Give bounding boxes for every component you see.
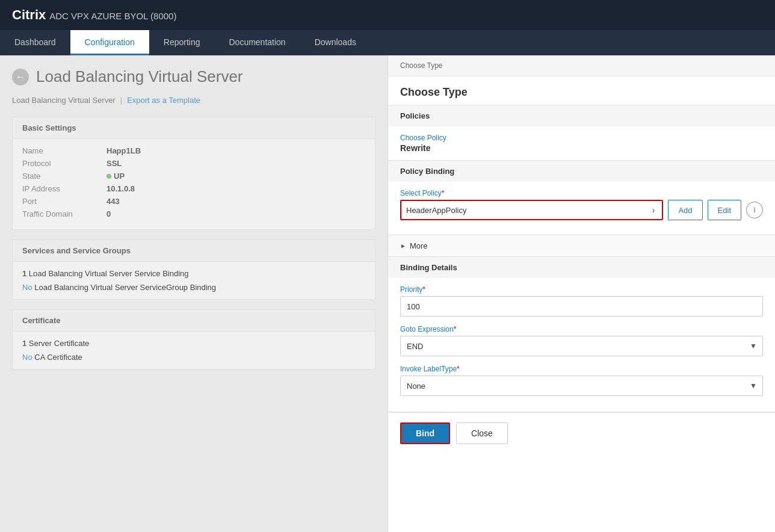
field-label-name: Name [22, 146, 82, 155]
priority-input[interactable] [400, 296, 763, 317]
field-label-port: Port [22, 197, 82, 206]
goto-select-wrap: END NEXT USE_INVOCATION_RESULT ▼ [400, 336, 763, 356]
services-section: Services and Service Groups 1 Load Balan… [12, 240, 375, 300]
goto-select[interactable]: END NEXT USE_INVOCATION_RESULT [400, 336, 763, 356]
policy-binding-section: Policy Binding Select Policy* HeaderAppP… [388, 161, 775, 235]
breadcrumb-parent: Load Balancing Virtual Server [12, 96, 116, 105]
policies-header: Policies [388, 105, 775, 126]
certificate-section: Certificate 1 Server Certificate No CA C… [12, 309, 375, 370]
close-button[interactable]: Close [456, 422, 508, 444]
policy-binding-header: Policy Binding [388, 161, 775, 182]
panel-title: Choose Type [388, 76, 775, 105]
page-title: Load Balancing Virtual Server [36, 67, 243, 86]
policy-arrow-button[interactable]: › [650, 205, 658, 215]
info-button[interactable]: i [746, 202, 763, 218]
service-binding-1-row: 1 Load Balancing Virtual Server Service … [22, 269, 365, 278]
policies-section: Policies Choose Policy Rewrite [388, 105, 775, 161]
field-state: State UP [22, 172, 365, 181]
cert-1-text: Server Certificate [29, 339, 89, 348]
service-binding-1-text: Load Balancing Virtual Server Service Bi… [29, 269, 189, 278]
panel-breadcrumb: Choose Type [388, 55, 775, 76]
page-title-row: ← Load Balancing Virtual Server [12, 67, 375, 86]
policy-binding-body: Select Policy* HeaderAppPolicy › Add Edi… [388, 182, 775, 235]
policy-input-text: HeaderAppPolicy [406, 206, 650, 215]
brand-product: ADC VPX AZURE BYOL (8000) [49, 11, 176, 21]
binding-details-section: Binding Details Priority* Goto Expressio… [388, 257, 775, 412]
field-value-protocol: SSL [107, 159, 122, 168]
field-label-state: State [22, 172, 82, 181]
certificate-header: Certificate [13, 310, 375, 332]
back-button[interactable]: ← [12, 69, 29, 85]
nav-bar: Dashboard Configuration Reporting Docume… [0, 30, 775, 55]
basic-settings-body: Name Happ1LB Protocol SSL State UP IP Ad… [13, 139, 375, 229]
goto-group: Goto Expression* END NEXT USE_INVOCATION… [400, 325, 763, 356]
breadcrumb-row: Load Balancing Virtual Server | Export a… [12, 96, 375, 105]
service-binding-2-row: No Load Balancing Virtual Server Service… [22, 283, 365, 292]
brand-citrix: Citrix [12, 7, 46, 23]
left-panel: ← Load Balancing Virtual Server Load Bal… [0, 55, 388, 532]
footer-buttons: Bind Close [388, 412, 775, 454]
field-value-state: UP [107, 172, 125, 181]
cert-2-row: No CA Certificate [22, 353, 365, 362]
tab-reporting[interactable]: Reporting [149, 30, 215, 55]
field-value-name: Happ1LB [107, 146, 141, 155]
services-body: 1 Load Balancing Virtual Server Service … [13, 262, 375, 299]
right-panel: Choose Type Choose Type Policies Choose … [388, 55, 775, 532]
service-binding-2-text: Load Balancing Virtual Server ServiceGro… [34, 283, 216, 292]
field-label-ip: IP Address [22, 184, 82, 193]
status-dot-up [107, 174, 111, 179]
invoke-select-wrap: None reqvserver resvserver policylabel ▼ [400, 376, 763, 396]
basic-settings-section: Basic Settings Name Happ1LB Protocol SSL… [12, 117, 375, 230]
main-layout: ← Load Balancing Virtual Server Load Bal… [0, 55, 775, 532]
breadcrumb-separator: | [120, 96, 122, 105]
goto-label: Goto Expression* [400, 325, 763, 333]
field-label-protocol: Protocol [22, 159, 82, 168]
breadcrumb-export-link[interactable]: Export as a Template [127, 96, 200, 105]
priority-label: Priority* [400, 285, 763, 294]
choose-policy-label: Choose Policy [400, 134, 763, 142]
top-header: Citrix ADC VPX AZURE BYOL (8000) [0, 0, 775, 30]
brand: Citrix ADC VPX AZURE BYOL (8000) [12, 7, 176, 23]
field-port: Port 443 [22, 197, 365, 206]
tab-dashboard[interactable]: Dashboard [0, 30, 70, 55]
tab-downloads[interactable]: Downloads [300, 30, 371, 55]
binding-details-body: Priority* Goto Expression* END NEXT USE_… [388, 278, 775, 412]
policy-input-wrap[interactable]: HeaderAppPolicy › [400, 200, 663, 220]
select-policy-label: Select Policy* [400, 189, 763, 197]
field-label-traffic: Traffic Domain [22, 209, 82, 218]
policies-body: Choose Policy Rewrite [388, 126, 775, 160]
priority-group: Priority* [400, 285, 763, 317]
field-protocol: Protocol SSL [22, 159, 365, 168]
more-row[interactable]: ► More [388, 235, 775, 257]
cert-2-text: CA Certificate [34, 353, 82, 362]
field-ip: IP Address 10.1.0.8 [22, 184, 365, 193]
service-binding-2-no: No [22, 283, 32, 292]
cert-1-count: 1 [22, 339, 26, 348]
field-value-port: 443 [107, 197, 120, 206]
select-policy-row: HeaderAppPolicy › Add Edit i [400, 200, 763, 220]
edit-button[interactable]: Edit [708, 200, 741, 220]
field-name: Name Happ1LB [22, 146, 365, 155]
cert-1-row: 1 Server Certificate [22, 339, 365, 348]
services-header: Services and Service Groups [13, 240, 375, 262]
tab-configuration[interactable]: Configuration [70, 30, 149, 55]
more-arrow-icon: ► [400, 243, 406, 249]
add-button[interactable]: Add [668, 200, 702, 220]
invoke-group: Invoke LabelType* None reqvserver resvse… [400, 365, 763, 396]
field-value-traffic: 0 [107, 209, 111, 218]
binding-details-header: Binding Details [388, 257, 775, 278]
certificate-body: 1 Server Certificate No CA Certificate [13, 332, 375, 369]
status-text: UP [114, 172, 125, 181]
choose-policy-value: Rewrite [400, 143, 763, 153]
bind-button[interactable]: Bind [400, 422, 450, 444]
tab-documentation[interactable]: Documentation [214, 30, 300, 55]
invoke-select[interactable]: None reqvserver resvserver policylabel [400, 376, 763, 396]
invoke-label: Invoke LabelType* [400, 365, 763, 373]
field-traffic-domain: Traffic Domain 0 [22, 209, 365, 218]
service-binding-1-count: 1 [22, 269, 26, 278]
basic-settings-header: Basic Settings [13, 117, 375, 139]
more-label: More [410, 241, 428, 250]
field-value-ip: 10.1.0.8 [107, 184, 135, 193]
cert-2-no: No [22, 353, 32, 362]
